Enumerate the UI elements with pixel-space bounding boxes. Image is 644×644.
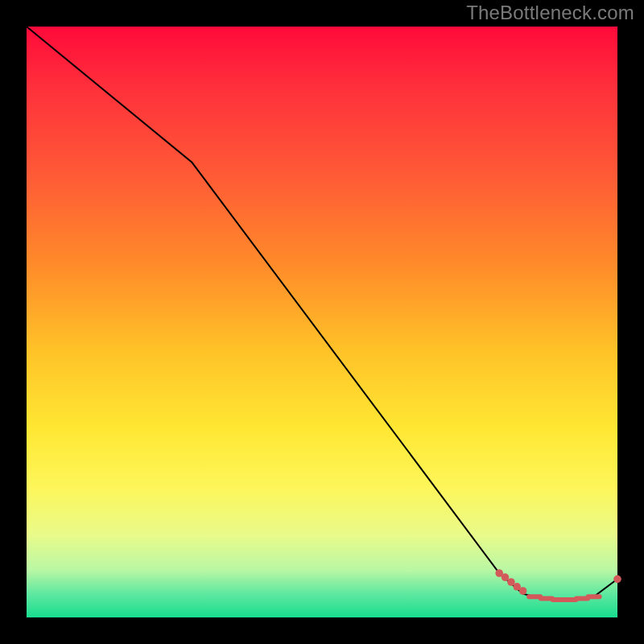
chart-frame: { "watermark": "TheBottleneck.com", "cha… (0, 0, 644, 644)
plot-area (27, 27, 617, 617)
watermark-text: TheBottleneck.com (466, 2, 634, 24)
